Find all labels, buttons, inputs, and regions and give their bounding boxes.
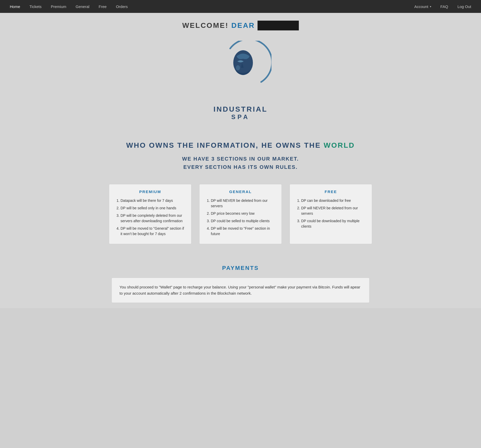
payments-box: You should proceed to "Wallet" page to r… xyxy=(111,278,370,303)
main-content: WELCOME! DEAR xyxy=(0,13,481,308)
welcome-section: WELCOME! DEAR xyxy=(0,13,481,33)
cards-section: PREMIUM Datapack will be there for 7 day… xyxy=(0,176,481,252)
list-item: DP will NEVER be deleted from our server… xyxy=(301,205,366,216)
card-general-list: DP will NEVER be deleted from our server… xyxy=(206,198,275,237)
tagline-sub-2: EVERY SECTION HAS ITS OWN RULES. xyxy=(10,163,471,171)
logo-section: INDUSTRIAL SPA xyxy=(0,33,481,126)
list-item: DP price becomes very low xyxy=(211,211,275,216)
card-free: FREE DP can be downloaded for free DP wi… xyxy=(290,184,372,244)
nav-general[interactable]: General xyxy=(71,1,94,12)
card-general-title: GENERAL xyxy=(206,189,275,194)
tagline-main-before: WHO OWNS THE INFORMATION, HE OWNS THE xyxy=(126,141,324,149)
logo-container: INDUSTRIAL SPA xyxy=(210,41,271,121)
card-free-title: FREE xyxy=(296,189,366,194)
username-redacted xyxy=(258,21,299,30)
tagline-highlight: WORLD xyxy=(324,141,355,149)
svg-point-1 xyxy=(236,65,240,70)
welcome-label: WELCOME! DEAR xyxy=(182,21,255,30)
dropdown-caret-icon: ▾ xyxy=(430,5,431,8)
card-general: GENERAL DP will NEVER be deleted from ou… xyxy=(199,184,282,244)
list-item: DP will be moved to "General" section if… xyxy=(121,226,185,237)
nav-premium[interactable]: Premium xyxy=(46,1,71,12)
welcome-text: WELCOME! DEAR xyxy=(5,21,476,30)
nav-home[interactable]: Home xyxy=(5,1,25,12)
list-item: DP could be downloaded by multiple clien… xyxy=(301,218,366,229)
logo-text-spa: SPA xyxy=(231,113,250,121)
nav-orders[interactable]: Orders xyxy=(111,1,132,12)
list-item: DP can be downloaded for free xyxy=(301,198,366,203)
nav-logout[interactable]: Log Out xyxy=(453,1,476,12)
list-item: DP will be selled only in one hands xyxy=(121,205,185,211)
nav-faq[interactable]: FAQ xyxy=(436,1,453,12)
list-item: DP will NEVER be deleted from our server… xyxy=(211,198,275,209)
card-premium-list: Datapack will be there for 7 days DP wil… xyxy=(115,198,185,237)
logo-image xyxy=(210,41,271,103)
navbar-right: Account ▾ FAQ Log Out xyxy=(410,1,476,12)
welcome-dear: DEAR xyxy=(231,21,255,29)
payments-description: You should proceed to "Wallet" page to r… xyxy=(119,284,362,296)
card-premium: PREMIUM Datapack will be there for 7 day… xyxy=(109,184,191,244)
list-item: DP will be completely deleted from our s… xyxy=(121,213,185,224)
list-item: DP will be moved to "Free" section in fu… xyxy=(211,226,275,237)
tagline-sub-1: WE HAVE 3 SECTIONS IN OUR MARKET. xyxy=(10,155,471,163)
payments-title: PAYMENTS xyxy=(10,265,471,271)
list-item: DP could be selled to multiple clients xyxy=(211,218,275,224)
navbar: Home Tickets Premium General Free Orders… xyxy=(0,0,481,13)
nav-account[interactable]: Account ▾ xyxy=(410,1,436,12)
nav-free[interactable]: Free xyxy=(94,1,111,12)
list-item: Datapack will be there for 7 days xyxy=(121,198,185,203)
navbar-left: Home Tickets Premium General Free Orders xyxy=(5,1,132,12)
card-premium-title: PREMIUM xyxy=(115,189,185,194)
tagline-section: WHO OWNS THE INFORMATION, HE OWNS THE WO… xyxy=(0,126,481,176)
nav-tickets[interactable]: Tickets xyxy=(25,1,46,12)
payments-section: PAYMENTS You should proceed to "Wallet" … xyxy=(0,252,481,308)
tagline-main: WHO OWNS THE INFORMATION, HE OWNS THE WO… xyxy=(10,141,471,150)
logo-text-industrial: INDUSTRIAL xyxy=(213,105,268,113)
card-free-list: DP can be downloaded for free DP will NE… xyxy=(296,198,366,229)
